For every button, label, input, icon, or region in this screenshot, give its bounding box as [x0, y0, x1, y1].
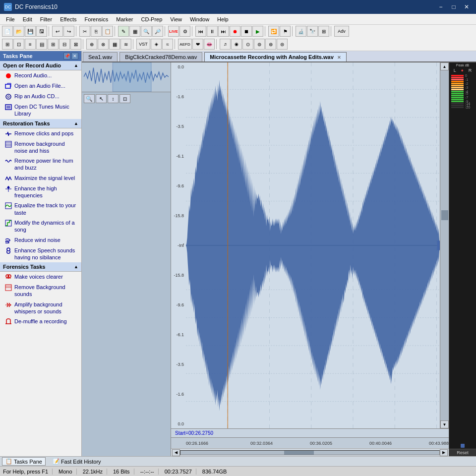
wf-zoom-in[interactable]: 🔍: [84, 94, 95, 103]
menu-edit[interactable]: Edit: [19, 15, 36, 23]
tb-punch-in[interactable]: ⚑: [280, 26, 291, 37]
tb2-eq[interactable]: ♬: [220, 39, 231, 50]
tb-loop[interactable]: 🔁: [268, 26, 279, 37]
task-music-library[interactable]: Open DC Tunes Music Library: [0, 102, 81, 119]
tb-zoom-fit[interactable]: 🔬: [296, 26, 306, 37]
tb2-b7[interactable]: ⊗: [98, 39, 109, 50]
tb-forward[interactable]: ⏭: [218, 26, 229, 37]
bottom-tab-tasks[interactable]: 📋 Tasks Pane: [2, 457, 46, 466]
menu-window[interactable]: Window: [186, 15, 213, 23]
tab-microcassette[interactable]: Microcassette Recording with Analog Edit…: [204, 52, 347, 61]
tb-save[interactable]: 💾: [25, 26, 36, 37]
menu-view[interactable]: View: [166, 15, 186, 23]
tb2-b16[interactable]: ⊛: [265, 39, 276, 50]
tb2-grid[interactable]: ⊡: [13, 39, 24, 50]
menu-filter[interactable]: Filter: [36, 15, 56, 23]
group-header-restoration[interactable]: Restoration Tasks ▲: [0, 119, 81, 128]
group-header-forensics[interactable]: Forensics Tasks ▲: [0, 262, 81, 272]
tb-zoom-sel[interactable]: 🔭: [307, 26, 318, 37]
task-demuffle[interactable]: De-muffle a recording: [0, 316, 81, 327]
close-button[interactable]: ✕: [461, 2, 472, 11]
wf-cursor[interactable]: ↖: [96, 94, 107, 103]
tb-copy[interactable]: ⎘: [91, 26, 102, 37]
tb-zoom-full[interactable]: ⊞: [318, 26, 329, 37]
vscroll-up[interactable]: ▲: [440, 62, 449, 70]
maximize-button[interactable]: □: [448, 2, 459, 11]
task-record[interactable]: Record Audio...: [0, 70, 81, 81]
tb-cut[interactable]: ✂: [79, 26, 90, 37]
tb2-b4[interactable]: ⊟: [59, 39, 70, 50]
tb-select[interactable]: ▦: [129, 26, 140, 37]
task-eq[interactable]: Equalize the track to your taste: [0, 200, 81, 218]
tb2-b15[interactable]: ⊚: [254, 39, 265, 50]
tab-microcassette-close[interactable]: ✕: [337, 55, 341, 60]
tb2-b1[interactable]: ≡: [25, 39, 36, 50]
tb2-b5[interactable]: ⊠: [70, 39, 81, 50]
tb2-b10[interactable]: ◈: [151, 39, 162, 50]
minimize-button[interactable]: −: [435, 2, 446, 11]
tb2-snap[interactable]: ⊞: [2, 39, 13, 50]
tab-bigclick[interactable]: BigClickCracked78Demo.wav: [119, 52, 202, 61]
task-bg-noise[interactable]: Remove background noise and hiss: [0, 139, 81, 156]
task-remove-bg[interactable]: Remove Background sounds: [0, 282, 81, 299]
tb2-b11[interactable]: ≈: [162, 39, 173, 50]
task-whispers[interactable]: Amplify background whispers or sounds: [0, 299, 81, 317]
tb2-vst[interactable]: VST: [136, 39, 150, 50]
task-maximize[interactable]: Maximize the signal level: [0, 173, 81, 183]
task-speech[interactable]: Enhance Speech sounds having no sibilanc…: [0, 245, 81, 263]
tb2-b12[interactable]: ❤: [192, 39, 203, 50]
task-dynamics[interactable]: Modify the dynamics of a song: [0, 218, 81, 235]
task-voices[interactable]: Make voices clearer: [0, 272, 81, 282]
task-rip-cd[interactable]: Rip an Audio CD...: [0, 91, 81, 102]
tb-rewind[interactable]: ⏮: [195, 26, 206, 37]
hscroll-thumb[interactable]: [284, 451, 314, 455]
vu-reset-button[interactable]: Reset: [449, 449, 476, 456]
menu-file[interactable]: File: [2, 15, 19, 23]
tb-pause[interactable]: ⏸: [207, 26, 218, 37]
bottom-tab-history[interactable]: 📝 Fast Edit History: [50, 458, 104, 465]
task-clicks-pops[interactable]: Remove clicks and pops: [0, 128, 81, 139]
wf-select[interactable]: ⊡: [119, 94, 130, 103]
tb-zoom-out[interactable]: 🔎: [152, 26, 163, 37]
group-header-open[interactable]: Open or Record Audio ▲: [0, 61, 81, 70]
menu-marker[interactable]: Marker: [112, 15, 137, 23]
tb2-b17[interactable]: ⊜: [277, 39, 288, 50]
tasks-pane-pin[interactable]: 📌: [63, 53, 70, 60]
menu-help[interactable]: Help: [213, 15, 233, 23]
tb2-b6[interactable]: ⊕: [86, 39, 97, 50]
task-wind[interactable]: Reduce wind noise: [0, 235, 81, 245]
tb-draw[interactable]: ✎: [118, 26, 129, 37]
tb-record[interactable]: ⏺: [230, 26, 240, 37]
tb-undo[interactable]: ↩: [52, 26, 63, 37]
tb-paste[interactable]: 📋: [102, 26, 113, 37]
tb-open[interactable]: 📂: [13, 26, 24, 37]
tb-new[interactable]: 📄: [2, 26, 13, 37]
tasks-pane-close[interactable]: ✕: [71, 53, 78, 60]
tab-sea1[interactable]: Sea1.wav: [83, 52, 118, 61]
menu-cd-prep[interactable]: CD-Prep: [137, 15, 167, 23]
task-enhance-high[interactable]: Enhance the high frequencies: [0, 183, 81, 201]
tb2-b14[interactable]: ⊙: [242, 39, 253, 50]
tb-zoom-in[interactable]: 🔍: [141, 26, 152, 37]
tb-live[interactable]: LIVE: [168, 26, 179, 37]
tb2-b9[interactable]: ≋: [120, 39, 131, 50]
hscroll-right[interactable]: ▶: [440, 449, 448, 456]
tb2-b13[interactable]: 👄: [204, 39, 215, 50]
wf-pan[interactable]: ↕: [108, 94, 119, 103]
tb2-b2[interactable]: ▤: [36, 39, 47, 50]
tb2-dyn[interactable]: ◉: [231, 39, 242, 50]
task-hum[interactable]: Remove power line hum and buzz: [0, 156, 81, 173]
waveform-display[interactable]: 0.0 -1.6 -3.5 -6.1 -9.6 -15.8 -Inf -15.8…: [171, 62, 449, 428]
tb-redo[interactable]: ↪: [63, 26, 74, 37]
hscroll-left[interactable]: ◀: [172, 449, 180, 456]
tb2-aef[interactable]: AEFD: [178, 39, 192, 50]
tb-adv[interactable]: Adv: [334, 26, 349, 37]
tb-stop[interactable]: ⏹: [241, 26, 252, 37]
menu-effects[interactable]: Effects: [56, 15, 80, 23]
vscroll-thumb[interactable]: [441, 210, 448, 220]
tb-settings[interactable]: ⚙: [179, 26, 190, 37]
menu-forensics[interactable]: Forensics: [81, 15, 113, 23]
tb2-b8[interactable]: ▦: [109, 39, 120, 50]
tb2-b3[interactable]: ⊞: [48, 39, 59, 50]
task-open-file[interactable]: Open an Audio File...: [0, 81, 81, 91]
